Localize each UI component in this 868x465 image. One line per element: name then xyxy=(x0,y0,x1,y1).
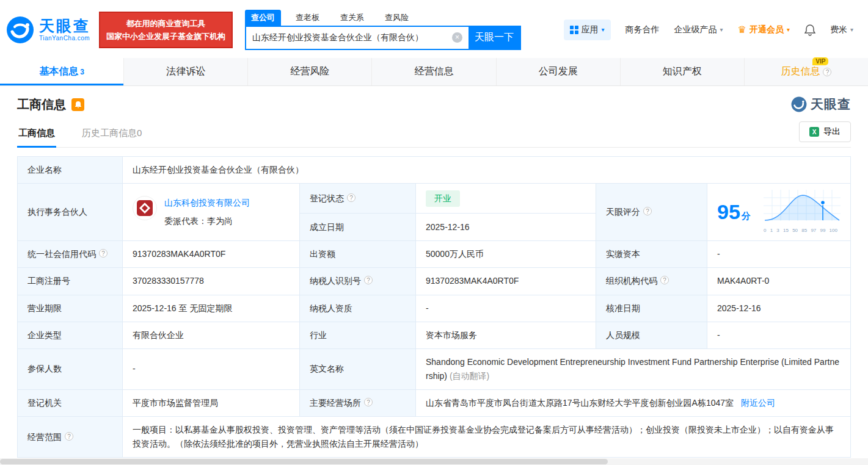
main-content: 工商信息 天眼查 工商信息 历史工商信息0 X 导出 xyxy=(0,86,868,458)
tab-history-info[interactable]: 历史信息 VIP ? xyxy=(744,58,868,85)
cooperation-label: 商务合作 xyxy=(625,24,660,35)
help-icon[interactable]: ? xyxy=(65,432,73,441)
label-company-type-text: 企业类型 xyxy=(27,330,62,340)
tab-operating-info-label: 经营信息 xyxy=(414,65,453,78)
label-credit-code: 统一社会信用代码? xyxy=(18,241,123,268)
export-label: 导出 xyxy=(823,126,841,137)
score-chart: 0 1 3 15 50 85 97 99 100 xyxy=(764,190,841,234)
search-tab-risk[interactable]: 查风险 xyxy=(379,10,415,26)
value-taxpayer-id: 91370283MAK4A0RT0F xyxy=(416,268,596,295)
value-business-address: 山东省青岛市平度市凤台街道太原路17号山东财经大学平度创新创业园A栋1047室 … xyxy=(416,389,851,416)
subtab-business-info[interactable]: 工商信息 xyxy=(17,120,56,147)
crown-icon: ♛ xyxy=(738,25,746,35)
tab-company-development[interactable]: 公司发展 xyxy=(496,58,620,85)
row-business-scope: 经营范围? 一般项目：以私募基金从事股权投资、投资管理、资产管理等活动（须在中国… xyxy=(18,417,851,458)
help-icon[interactable]: ? xyxy=(643,207,652,215)
brand-watermark-text: 天眼查 xyxy=(811,96,851,113)
subtab-history-business-info[interactable]: 历史工商信息0 xyxy=(81,120,143,147)
label-established-date: 成立日期 xyxy=(300,214,416,241)
value-registration-number: 370283330157778 xyxy=(123,268,300,295)
label-established-date-text: 成立日期 xyxy=(310,222,344,232)
help-icon[interactable]: ? xyxy=(347,193,356,202)
search-input[interactable] xyxy=(246,27,446,49)
value-approve-date: 2025-12-16 xyxy=(707,295,851,322)
tab-intellectual-property-label: 知识产权 xyxy=(663,65,702,78)
tab-basic-info[interactable]: 基本信息 3 xyxy=(0,58,123,85)
enterprise-product-label: 企业级产品 xyxy=(674,24,717,35)
label-registration-status-text: 登记状态 xyxy=(310,193,344,203)
label-approve-date: 核准日期 xyxy=(596,295,707,322)
tab-legal-litigation[interactable]: 法律诉讼 xyxy=(123,58,247,85)
value-industry: 资本市场服务 xyxy=(416,322,596,348)
open-vip-label: 开通会员 xyxy=(749,24,784,35)
search-box: × 天眼一下 xyxy=(245,26,521,50)
value-english-name: Shandong Economic Development Entreprene… xyxy=(416,348,851,389)
tab-intellectual-property[interactable]: 知识产权 xyxy=(620,58,744,85)
horizontal-scrollbar-thumb[interactable] xyxy=(0,459,608,464)
help-icon[interactable]: ? xyxy=(823,68,831,76)
username-label: 费米 xyxy=(830,24,847,35)
menu-cooperation[interactable]: 商务合作 xyxy=(625,24,660,35)
logo-subtitle: TianYanCha.com xyxy=(39,35,90,41)
tab-legal-litigation-label: 法律诉讼 xyxy=(166,65,205,78)
notification-bell-icon[interactable] xyxy=(804,24,815,36)
clear-search-icon[interactable]: × xyxy=(452,32,462,43)
help-icon[interactable]: ? xyxy=(364,398,373,406)
value-company-type: 有限合伙企业 xyxy=(123,322,300,348)
menu-open-vip[interactable]: ♛ 开通会员 ▾ xyxy=(738,24,790,35)
label-org-code: 组织机构代码? xyxy=(596,268,707,295)
search-area: 查公司 查老板 查关系 查风险 × 天眼一下 xyxy=(245,10,521,50)
tab-operating-risk[interactable]: 经营风险 xyxy=(247,58,371,85)
tab-operating-info[interactable]: 经营信息 xyxy=(371,58,495,85)
tianyancha-logo[interactable]: 天眼查 TianYanCha.com xyxy=(6,16,90,44)
label-registration-status: 登记状态? xyxy=(300,184,416,214)
apps-grid-icon xyxy=(570,26,578,34)
chevron-down-icon: ▾ xyxy=(720,26,723,33)
help-icon[interactable]: ? xyxy=(660,276,669,284)
score-value: 95 xyxy=(717,200,740,223)
nearby-companies-link[interactable]: 附近公司 xyxy=(741,398,775,408)
label-company-type: 企业类型 xyxy=(18,322,123,348)
help-icon[interactable]: ? xyxy=(364,276,373,284)
label-insured-count: 参保人数 xyxy=(18,348,123,389)
value-paid-capital: - xyxy=(707,241,851,268)
label-staff-scale: 人员规模 xyxy=(596,322,707,348)
search-button[interactable]: 天眼一下 xyxy=(469,27,520,49)
export-button[interactable]: X 导出 xyxy=(799,121,851,142)
partner-cell: 山东科创投资有限公司 委派代表：李为尚 xyxy=(133,196,290,228)
partner-company-link[interactable]: 山东科创投资有限公司 xyxy=(164,198,250,207)
tab-operating-risk-label: 经营风险 xyxy=(290,65,329,78)
search-tabs: 查公司 查老板 查关系 查风险 xyxy=(245,10,521,26)
partner-info: 山东科创投资有限公司 委派代表：李为尚 xyxy=(164,196,250,228)
user-menu[interactable]: 费米 ▾ xyxy=(830,24,853,35)
apps-menu[interactable]: 应用 ▾ xyxy=(564,20,611,40)
label-business-address-text: 主要经营场所 xyxy=(310,398,361,408)
tianyancha-company-page: 天眼查 TianYanCha.com 都在用的商业查询工具 国家中小企业发展子基… xyxy=(0,0,868,465)
monitor-bell-icon[interactable] xyxy=(71,98,84,111)
tianyancha-logo-icon xyxy=(6,16,34,44)
value-registration-authority: 平度市市场监督管理局 xyxy=(123,389,300,416)
label-approve-date-text: 核准日期 xyxy=(606,303,640,313)
search-tab-boss[interactable]: 查老板 xyxy=(290,10,326,26)
partner-representative: 委派代表：李为尚 xyxy=(164,214,250,228)
label-taxpayer-quality: 纳税人资质 xyxy=(300,295,416,322)
search-tab-company[interactable]: 查公司 xyxy=(245,10,281,26)
search-tab-relation[interactable]: 查关系 xyxy=(334,10,370,26)
menu-enterprise-product[interactable]: 企业级产品 ▾ xyxy=(674,24,723,35)
row-insured-english: 参保人数 - 英文名称 Shandong Economic Developmen… xyxy=(18,348,851,389)
label-business-address: 主要经营场所? xyxy=(300,389,416,416)
label-registration-authority-text: 登记机关 xyxy=(27,398,62,408)
score-unit: 分 xyxy=(742,211,751,221)
section-header: 工商信息 天眼查 xyxy=(17,96,851,113)
horizontal-scrollbar[interactable] xyxy=(0,458,868,465)
label-taxpayer-quality-text: 纳税人资质 xyxy=(310,303,352,313)
label-registration-number-text: 工商注册号 xyxy=(27,276,70,286)
chevron-down-icon: ▾ xyxy=(850,26,853,33)
value-company-name: 山东经开创业投资基金合伙企业（有限合伙） xyxy=(123,157,851,184)
row-credit-code: 统一社会信用代码? 91370283MAK4A0RT0F 出资额 50000万人… xyxy=(18,241,851,268)
vip-badge: VIP xyxy=(812,57,828,65)
label-registration-number: 工商注册号 xyxy=(18,268,123,295)
top-header: 天眼查 TianYanCha.com 都在用的商业查询工具 国家中小企业发展子基… xyxy=(0,0,868,58)
label-business-scope: 经营范围? xyxy=(18,417,123,458)
help-icon[interactable]: ? xyxy=(99,249,108,258)
